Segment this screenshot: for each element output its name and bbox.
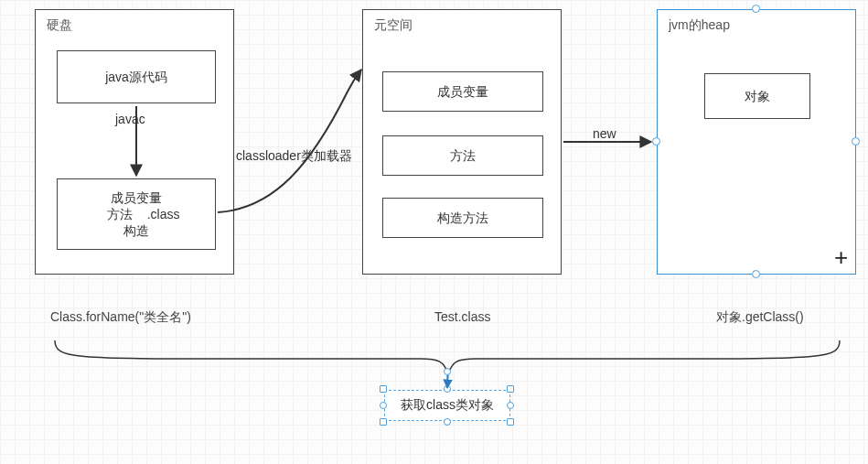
selected-box-get-class[interactable]: 获取class类对象: [384, 390, 510, 421]
sel-handle-sw[interactable]: [380, 418, 387, 426]
sel-rotate-handle[interactable]: [444, 368, 451, 375]
panel-metaspace-title: 元空间: [374, 17, 413, 34]
caption-center: Test.class: [434, 309, 490, 324]
label-javac: javac: [115, 112, 145, 126]
box-member-var-label: 成员变量: [437, 83, 488, 100]
box-method-label: 方法: [450, 147, 476, 164]
conn-dot-heap-left[interactable]: [652, 137, 660, 146]
conn-dot-heap-top[interactable]: [752, 5, 760, 13]
box-method: 方法: [382, 135, 543, 176]
box-constructor: 构造方法: [382, 198, 543, 238]
conn-dot-heap-bottom[interactable]: [752, 270, 760, 278]
selected-box-label: 获取class类对象: [401, 397, 494, 414]
panel-heap-title: jvm的heap: [669, 17, 730, 34]
box-constructor-label: 构造方法: [437, 210, 488, 226]
box-member-var: 成员变量: [382, 71, 543, 112]
caption-left: Class.forName("类全名"): [50, 309, 191, 326]
box-object: 对象: [704, 73, 810, 119]
label-new: new: [593, 126, 616, 141]
box-object-label: 对象: [745, 88, 770, 104]
box-java-source-label: java源代码: [105, 69, 167, 85]
panel-heap[interactable]: jvm的heap: [657, 9, 856, 275]
sel-handle-se[interactable]: [507, 418, 514, 426]
sel-handle-ne[interactable]: [507, 385, 514, 393]
conn-dot-heap-right[interactable]: [852, 137, 860, 146]
sel-handle-s[interactable]: [444, 418, 451, 426]
panel-disk-title: 硬盘: [47, 17, 72, 34]
sel-handle-nw[interactable]: [380, 385, 387, 393]
box-class-file-label: 成员变量 方法 .class 构造: [93, 189, 180, 240]
sel-handle-w[interactable]: [380, 402, 387, 409]
box-java-source: java源代码: [57, 50, 216, 103]
label-classloader: classloader类加载器: [236, 148, 352, 165]
sel-handle-n[interactable]: [444, 385, 451, 393]
sel-handle-e[interactable]: [507, 402, 514, 409]
box-class-file: 成员变量 方法 .class 构造: [57, 178, 216, 250]
arrow-classloader: [218, 70, 361, 212]
add-shape-icon[interactable]: +: [834, 245, 848, 269]
caption-right: 对象.getClass(): [716, 309, 804, 326]
